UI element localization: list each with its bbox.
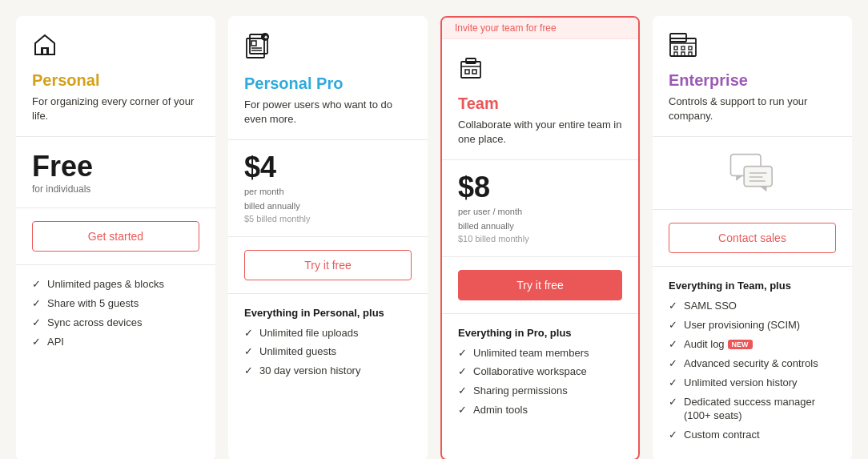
svg-rect-11 xyxy=(465,70,469,74)
feature-item-personal-3: ✓ API xyxy=(32,336,199,349)
features-section-personal-pro: Everything in Personal, plus ✓ Unlimited… xyxy=(228,294,428,459)
price-sub: for individuals xyxy=(32,183,199,195)
feature-text: Share with 5 guests xyxy=(47,297,139,311)
features-header-enterprise: Everything in Team, plus xyxy=(669,280,836,292)
cta-section-personal: Get started xyxy=(16,208,215,265)
feature-item-personal-pro-0: ✓ Unlimited file uploads xyxy=(244,327,412,340)
plan-desc-team: Collaborate with your entire team in one… xyxy=(458,118,622,147)
cta-button-personal[interactable]: Get started xyxy=(32,221,199,252)
feature-item-team-3: ✓ Admin tools xyxy=(458,404,622,417)
plan-desc-enterprise: Controls & support to run your company. xyxy=(669,95,836,123)
plan-name-personal-pro: Personal Pro xyxy=(244,74,412,93)
plan-icon-enterprise xyxy=(669,32,836,63)
svg-rect-9 xyxy=(466,58,476,63)
price-monthly: $10 billed monthly xyxy=(458,234,622,244)
feature-text: Unlimited guests xyxy=(259,345,336,359)
feature-item-team-1: ✓ Collaborative workspace xyxy=(458,365,622,379)
feature-item-enterprise-3: ✓ Advanced security & controls xyxy=(669,357,836,371)
feature-text: Sync across devices xyxy=(47,316,143,330)
features-header-team: Everything in Pro, plus xyxy=(458,327,622,339)
price-section-personal: Free for individuals xyxy=(16,137,215,208)
plan-icon-personal-pro: ✦ xyxy=(244,32,412,66)
plan-name-enterprise: Enterprise xyxy=(669,71,836,90)
price-sub: per user / monthbilled annually xyxy=(458,205,622,233)
check-icon: ✓ xyxy=(669,319,677,332)
feature-item-enterprise-0: ✓ SAML SSO xyxy=(669,300,836,313)
svg-rect-14 xyxy=(670,34,686,42)
check-icon: ✓ xyxy=(458,404,467,417)
check-icon: ✓ xyxy=(32,336,41,349)
cta-button-team[interactable]: Try it free xyxy=(458,270,622,300)
feature-text: Collaborative workspace xyxy=(473,365,587,379)
cta-section-enterprise: Contact sales xyxy=(653,210,852,267)
svg-rect-16 xyxy=(674,46,677,50)
feature-item-enterprise-5: ✓ Dedicated success manager (100+ seats) xyxy=(669,396,836,423)
check-icon: ✓ xyxy=(32,297,41,311)
feature-item-personal-0: ✓ Unlimited pages & blocks xyxy=(32,278,199,292)
card-top-personal-pro: ✦ Personal Pro For power users who want … xyxy=(228,16,428,140)
feature-text: User provisioning (SCIM) xyxy=(684,319,800,332)
feature-text: Dedicated success manager (100+ seats) xyxy=(684,396,836,423)
price-sub: per monthbilled annually xyxy=(244,185,412,213)
svg-rect-17 xyxy=(681,46,685,50)
feature-text: Admin tools xyxy=(473,404,528,417)
cta-button-personal-pro[interactable]: Try it free xyxy=(244,250,412,280)
feature-text: Sharing permissions xyxy=(473,385,568,398)
plan-desc-personal-pro: For power users who want to do even more… xyxy=(244,98,412,127)
plan-desc-personal: For organizing every corner of your life… xyxy=(32,95,199,123)
new-badge: NEW xyxy=(728,340,753,349)
feature-text: Advanced security & controls xyxy=(684,357,818,371)
check-icon: ✓ xyxy=(244,364,253,378)
check-icon: ✓ xyxy=(669,357,677,371)
features-header-personal-pro: Everything in Personal, plus xyxy=(244,307,412,319)
feature-item-personal-pro-2: ✓ 30 day version history xyxy=(244,364,412,378)
svg-rect-8 xyxy=(461,62,480,78)
svg-rect-18 xyxy=(689,46,692,50)
feature-item-enterprise-1: ✓ User provisioning (SCIM) xyxy=(669,319,836,332)
features-section-team: Everything in Pro, plus ✓ Unlimited team… xyxy=(442,314,638,459)
check-icon: ✓ xyxy=(32,278,41,292)
invite-banner: Invite your team for free xyxy=(442,18,638,39)
cta-button-enterprise[interactable]: Contact sales xyxy=(669,223,836,253)
card-top-personal: Personal For organizing every corner of … xyxy=(16,16,215,137)
feature-text: Unlimited version history xyxy=(684,376,798,390)
feature-item-team-0: ✓ Unlimited team members xyxy=(458,347,622,360)
svg-rect-0 xyxy=(42,48,47,54)
check-icon: ✓ xyxy=(32,316,41,330)
feature-text: Unlimited team members xyxy=(473,347,589,360)
check-icon: ✓ xyxy=(669,376,677,390)
features-section-personal: ✓ Unlimited pages & blocks ✓ Share with … xyxy=(16,265,215,459)
check-icon: ✓ xyxy=(669,429,677,442)
price-value: Free xyxy=(32,150,199,183)
feature-text: Unlimited pages & blocks xyxy=(47,278,164,292)
enterprise-price-section xyxy=(653,137,852,210)
card-top-team: Team Collaborate with your entire team i… xyxy=(442,39,638,160)
svg-rect-12 xyxy=(472,70,476,74)
plan-icon-team xyxy=(458,55,622,87)
check-icon: ✓ xyxy=(669,300,677,313)
cta-section-personal-pro: Try it free xyxy=(228,237,428,294)
feature-item-personal-pro-1: ✓ Unlimited guests xyxy=(244,345,412,359)
feature-item-team-2: ✓ Sharing permissions xyxy=(458,385,622,398)
price-section-team: $8 per user / monthbilled annually $10 b… xyxy=(442,160,638,256)
check-icon: ✓ xyxy=(669,396,677,409)
cta-section-team: Try it free xyxy=(442,257,638,314)
feature-text: SAML SSO xyxy=(684,300,737,313)
plan-icon-personal xyxy=(32,32,199,63)
check-icon: ✓ xyxy=(244,345,253,359)
price-value: $8 xyxy=(458,173,622,202)
svg-text:✦: ✦ xyxy=(263,34,268,40)
feature-text: Unlimited file uploads xyxy=(259,327,359,340)
card-team: Invite your team for free Team Collabora… xyxy=(440,16,640,459)
card-personal: Personal For organizing every corner of … xyxy=(16,16,215,459)
card-personal-pro: ✦ Personal Pro For power users who want … xyxy=(228,16,428,459)
price-section-personal-pro: $4 per monthbilled annually $5 billed mo… xyxy=(228,140,428,236)
card-enterprise: Enterprise Controls & support to run you… xyxy=(653,16,852,459)
pricing-grid: Personal For organizing every corner of … xyxy=(16,16,852,459)
feature-text: API xyxy=(47,336,64,349)
check-icon: ✓ xyxy=(669,338,677,352)
feature-text: Audit logNEW xyxy=(684,338,753,352)
check-icon: ✓ xyxy=(458,365,467,379)
check-icon: ✓ xyxy=(458,347,467,360)
feature-text: 30 day version history xyxy=(259,364,360,378)
